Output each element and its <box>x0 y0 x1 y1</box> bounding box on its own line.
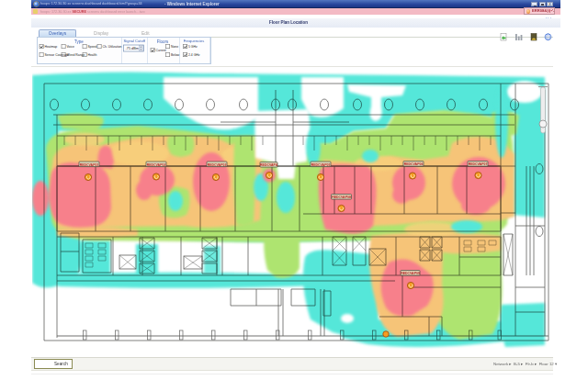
svg-text:2.4 GHz: 2.4 GHz <box>188 53 200 57</box>
svg-text:REDCVAP07: REDCVAP07 <box>469 162 488 166</box>
svg-text:None: None <box>171 45 178 49</box>
svg-text:Current: Current <box>155 49 165 52</box>
svg-text:REDCVAP4: REDCVAP4 <box>260 163 277 167</box>
svg-text:Below: Below <box>171 53 180 57</box>
svg-text:REDCVAP06: REDCVAP06 <box>404 162 424 166</box>
svg-text:REDCVAP05: REDCVAP05 <box>311 163 331 167</box>
svg-text:-75 dBm: -75 dBm <box>125 47 138 50</box>
svg-text:Ch. Utilization: Ch. Utilization <box>102 45 121 49</box>
svg-text:REDCVAP01: REDCVAP01 <box>80 163 99 167</box>
svg-text:Health: Health <box>87 53 96 57</box>
svg-text:REDCVAP02: REDCVAP02 <box>147 163 166 167</box>
svg-text:Voice: Voice <box>66 45 74 49</box>
svg-text:Wired Range: Wired Range <box>66 53 85 57</box>
svg-text:Sensor Coverage: Sensor Coverage <box>44 53 69 57</box>
svg-text:REDCVAP09: REDCVAP09 <box>401 272 420 275</box>
svg-text:REDCVAP03: REDCVAP03 <box>208 163 227 167</box>
svg-text:Speed: Speed <box>87 45 96 49</box>
svg-text:Heatmap: Heatmap <box>44 45 57 49</box>
svg-text:REDCVAP08: REDCVAP08 <box>332 196 351 199</box>
svg-text:5 GHz: 5 GHz <box>188 45 198 49</box>
